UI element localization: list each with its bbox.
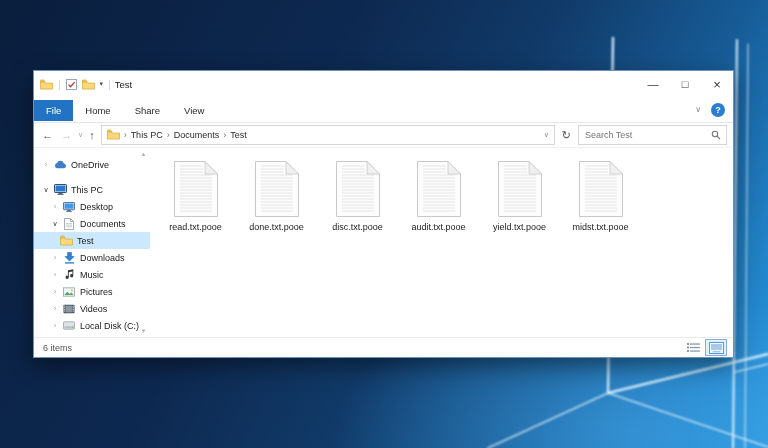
sidebar-item-onedrive[interactable]: ›OneDrive xyxy=(34,156,150,173)
pictures-icon xyxy=(61,287,77,297)
sidebar-item-downloads[interactable]: ›Downloads xyxy=(34,249,150,266)
file-list[interactable]: read.txt.pooedone.txt.pooedisc.txt.pooea… xyxy=(150,148,733,337)
cloud-icon xyxy=(52,160,68,169)
search-box xyxy=(578,125,727,145)
sidebar-item-pictures[interactable]: ›Pictures xyxy=(34,283,150,300)
titlebar[interactable]: | ▾ | Test — □ × xyxy=(34,71,733,97)
explorer-window: | ▾ | Test — □ × FileHomeShareView ∨ ? ←… xyxy=(33,70,734,358)
desktop-icon xyxy=(61,202,77,212)
text-file-icon xyxy=(255,161,299,219)
address-dropdown-chevron-icon[interactable]: ∨ xyxy=(544,131,549,139)
text-file-icon xyxy=(336,161,380,219)
explorer-folder-icon xyxy=(40,79,53,90)
sidebar-item-label: Downloads xyxy=(80,253,125,263)
sidebar-item-music[interactable]: ›Music xyxy=(34,266,150,283)
expand-ribbon-chevron-icon[interactable]: ∨ xyxy=(685,105,711,114)
breadcrumb-chevron-icon[interactable]: › xyxy=(167,130,170,140)
location-folder-icon xyxy=(107,129,120,142)
text-file-icon xyxy=(417,161,461,219)
new-folder-icon[interactable] xyxy=(82,79,95,90)
downloads-icon xyxy=(61,252,77,264)
disk-icon xyxy=(61,321,77,330)
breadcrumb-chevron-icon[interactable]: › xyxy=(223,130,226,140)
chevron-right-icon[interactable]: › xyxy=(49,304,61,313)
breadcrumb-segment-this-pc[interactable]: This PC xyxy=(131,130,163,140)
large-icons-view-button[interactable] xyxy=(705,339,727,356)
sidebar-item-test[interactable]: Test xyxy=(34,232,150,249)
qat-customize-chevron-icon[interactable]: ▾ xyxy=(100,80,104,88)
folder-icon xyxy=(58,235,74,246)
breadcrumb-chevron-icon[interactable]: › xyxy=(124,130,127,140)
file-item-done-txt-pooe[interactable]: done.txt.pooe xyxy=(236,161,317,232)
search-icon[interactable] xyxy=(706,130,726,140)
file-name: midst.txt.pooe xyxy=(572,222,628,232)
forward-button[interactable]: → xyxy=(59,130,74,141)
sidebar-item-label: Pictures xyxy=(80,287,113,297)
sidebar-item-local-disk-c[interactable]: ›Local Disk (C:) xyxy=(34,317,150,334)
chevron-right-icon[interactable]: › xyxy=(49,202,61,211)
back-button[interactable]: ← xyxy=(40,130,55,141)
scroll-down-icon[interactable]: ▾ xyxy=(142,327,146,335)
sidebar-item-videos[interactable]: ›Videos xyxy=(34,300,150,317)
main-area: ›OneDrive∨This PC›Desktop∨DocumentsTest›… xyxy=(34,148,733,337)
tab-home[interactable]: Home xyxy=(73,100,122,121)
sidebar-item-documents[interactable]: ∨Documents xyxy=(34,215,150,232)
chevron-right-icon[interactable]: › xyxy=(49,270,61,279)
file-name: yield.txt.pooe xyxy=(493,222,546,232)
breadcrumb-segment-documents[interactable]: Documents xyxy=(174,130,220,140)
tab-file[interactable]: File xyxy=(34,100,73,121)
file-name: audit.txt.pooe xyxy=(411,222,465,232)
sidebar-item-label: Videos xyxy=(80,304,107,314)
documents-icon xyxy=(61,218,77,230)
chevron-right-icon[interactable]: › xyxy=(49,287,61,296)
music-icon xyxy=(61,269,77,280)
chevron-right-icon[interactable]: › xyxy=(49,253,61,262)
sidebar-item-label: Documents xyxy=(80,219,126,229)
text-file-icon xyxy=(579,161,623,219)
sidebar-item-desktop[interactable]: ›Desktop xyxy=(34,198,150,215)
breadcrumb-segment-test[interactable]: Test xyxy=(230,130,247,140)
sidebar-item-label: Local Disk (C:) xyxy=(80,321,139,331)
refresh-icon[interactable]: ↻ xyxy=(559,129,574,142)
file-item-read-txt-pooe[interactable]: read.txt.pooe xyxy=(155,161,236,232)
file-item-audit-txt-pooe[interactable]: audit.txt.pooe xyxy=(398,161,479,232)
file-name: disc.txt.pooe xyxy=(332,222,383,232)
file-item-yield-txt-pooe[interactable]: yield.txt.pooe xyxy=(479,161,560,232)
chevron-right-icon[interactable]: › xyxy=(40,160,52,169)
text-file-icon xyxy=(174,161,218,219)
sidebar-item-this-pc[interactable]: ∨This PC xyxy=(34,181,150,198)
tab-share[interactable]: Share xyxy=(123,100,172,121)
details-view-button[interactable] xyxy=(683,340,703,355)
properties-check-icon[interactable] xyxy=(66,79,77,90)
file-item-disc-txt-pooe[interactable]: disc.txt.pooe xyxy=(317,161,398,232)
minimize-button[interactable]: — xyxy=(637,71,669,97)
sidebar-item-label: Desktop xyxy=(80,202,113,212)
folder-tree: ›OneDrive∨This PC›Desktop∨DocumentsTest›… xyxy=(34,156,150,334)
sidebar-scrollbar[interactable]: ▴ ▾ xyxy=(138,150,149,335)
scroll-up-icon[interactable]: ▴ xyxy=(142,150,146,158)
file-item-midst-txt-pooe[interactable]: midst.txt.pooe xyxy=(560,161,641,232)
sidebar-item-label: This PC xyxy=(71,185,103,195)
separator: | xyxy=(108,79,111,90)
address-bar[interactable]: ›This PC›Documents›Test ∨ xyxy=(101,125,555,145)
navigation-pane: ›OneDrive∨This PC›Desktop∨DocumentsTest›… xyxy=(34,148,150,337)
ribbon-tabs: FileHomeShareView xyxy=(34,98,216,121)
chevron-down-icon[interactable]: ∨ xyxy=(40,186,52,194)
close-button[interactable]: × xyxy=(701,71,733,97)
breadcrumb: ›This PC›Documents›Test xyxy=(124,130,247,140)
file-name: done.txt.pooe xyxy=(249,222,304,232)
ribbon-tab-bar: FileHomeShareView ∨ ? xyxy=(34,97,733,123)
chevron-down-icon[interactable]: ∨ xyxy=(49,220,61,228)
sidebar-item-label: Test xyxy=(77,236,94,246)
chevron-right-icon[interactable]: › xyxy=(49,321,61,330)
text-file-icon xyxy=(498,161,542,219)
up-button[interactable]: ↑ xyxy=(87,130,97,141)
sidebar-item-label: OneDrive xyxy=(71,160,109,170)
tab-view[interactable]: View xyxy=(172,100,216,121)
search-input[interactable] xyxy=(579,130,706,140)
maximize-button[interactable]: □ xyxy=(669,71,701,97)
videos-icon xyxy=(61,304,77,314)
sidebar-item-label: Music xyxy=(80,270,104,280)
help-button[interactable]: ? xyxy=(711,103,725,117)
recent-locations-chevron-icon[interactable]: ∨ xyxy=(78,131,83,139)
